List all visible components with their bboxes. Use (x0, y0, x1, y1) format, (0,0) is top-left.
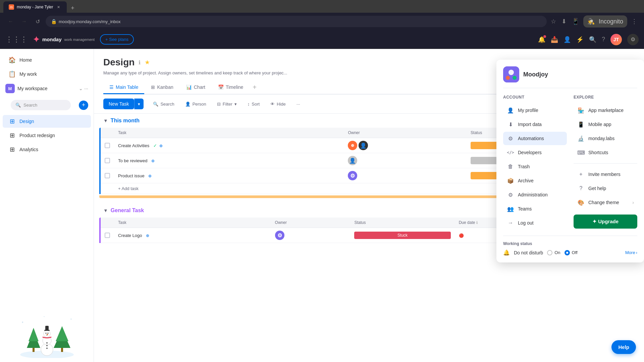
tab-main-table[interactable]: ☰ Main Table (103, 81, 144, 94)
shortcuts-label: Shortcuts (588, 150, 608, 155)
sidebar-item-design[interactable]: ⊞ Design (3, 115, 91, 128)
more-status-link[interactable]: More › (625, 250, 637, 255)
upgrade-button[interactable]: ✦ Upgrade (574, 215, 637, 229)
invite-icon[interactable]: 👤 (564, 36, 571, 43)
archive-icon: 📦 (506, 177, 515, 185)
off-radio[interactable] (565, 250, 570, 255)
task-name-cell: Create Logo ⊕ (114, 228, 271, 243)
more-browser-icon[interactable]: ⋮ (630, 16, 639, 26)
my-profile-icon: 👤 (506, 106, 515, 114)
forward-button[interactable]: → (19, 16, 30, 27)
reload-button[interactable]: ↺ (32, 16, 43, 27)
sidebar-item-mywork[interactable]: 📋 My work (3, 68, 91, 80)
general-collapse-arrow[interactable]: ▼ (103, 208, 108, 213)
on-label: On (554, 250, 560, 255)
administration-icon: ⚙ (506, 191, 515, 199)
inbox-icon[interactable]: 📥 (551, 36, 558, 43)
dropdown-invite-members[interactable]: + Invite members (574, 168, 637, 181)
design-label: Design (19, 119, 34, 124)
download-icon[interactable]: ⬇ (560, 16, 568, 26)
status-badge-stuck[interactable]: Stuck (354, 232, 450, 239)
hide-button[interactable]: 👁 Hide (266, 100, 290, 109)
see-plans-button[interactable]: + See plans (100, 34, 134, 45)
address-bar[interactable]: 🔒 moodjoy.monday.com/my_inbox (46, 16, 547, 27)
more-toolbar-button[interactable]: ··· (292, 100, 304, 109)
change-theme-arrow-icon: › (632, 200, 634, 205)
logo-icon: ✦ (33, 35, 40, 44)
mywork-icon: 📋 (8, 70, 16, 78)
tab-chart[interactable]: 📊 Chart (180, 81, 211, 94)
radio-inner (566, 252, 568, 254)
dropdown-developers[interactable]: </> Developers (503, 146, 567, 159)
profile-org-avatar (503, 66, 519, 82)
project-info-icon[interactable]: ℹ (139, 59, 141, 66)
home-icon: 🏠 (8, 56, 16, 64)
svg-text:*: * (44, 315, 45, 318)
new-task-dropdown-button[interactable]: ▾ (134, 99, 144, 109)
user-avatar[interactable]: JT (610, 34, 622, 45)
sidebar-item-home[interactable]: 🏠 Home (3, 54, 91, 66)
integrations-icon[interactable]: ⚡ (576, 36, 584, 43)
logo-sub: work management (64, 38, 95, 42)
status-on-option[interactable]: On (547, 250, 560, 255)
dropdown-mobile-app[interactable]: 📱 Mobile app (574, 118, 637, 131)
sort-button[interactable]: ↕ Sort (244, 100, 264, 109)
dnd-label: Do not disturb (514, 250, 543, 255)
dropdown-import-data[interactable]: ⬇ Import data (503, 118, 567, 131)
sidebar-item-product-redesign[interactable]: ⊞ Product redesign (3, 129, 91, 142)
task-checkbox[interactable] (105, 158, 110, 163)
browser-nav: ← → ↺ 🔒 moodjoy.monday.com/my_inbox ☆ ⬇ … (0, 13, 644, 30)
new-tab-button[interactable]: + (68, 3, 77, 13)
off-label: Off (572, 250, 578, 255)
tab-kanban[interactable]: ⊞ Kanban (145, 81, 179, 94)
dropdown-administration[interactable]: ⚙ Administration (503, 188, 567, 201)
project-title: Design (103, 57, 135, 68)
col-status-header-2: Status (350, 218, 454, 228)
task-checkbox[interactable] (105, 233, 110, 238)
workspace-header[interactable]: M My workspace ⌄ ··· (0, 81, 94, 96)
active-tab[interactable]: m monday - Jane Tyler ✕ (3, 1, 67, 13)
person-filter-button[interactable]: 👤 Person (181, 100, 210, 109)
add-item-button[interactable]: + (79, 101, 88, 110)
help-button[interactable]: Help (611, 340, 636, 354)
sidebar-search[interactable]: 🔍 Search (11, 100, 71, 110)
project-star-icon[interactable]: ★ (145, 59, 150, 66)
dropdown-trash[interactable]: 🗑 Trash (503, 160, 567, 173)
change-theme-icon: 🎨 (577, 198, 585, 206)
dropdown-monday-labs[interactable]: 🔬 monday.labs (574, 132, 637, 145)
search-toolbar-button[interactable]: 🔍 Search (149, 100, 178, 109)
back-button[interactable]: ← (5, 16, 16, 27)
filter-button[interactable]: ⊟ Filter ▾ (213, 100, 241, 109)
dropdown-shortcuts[interactable]: ⌨ Shortcuts (574, 146, 637, 159)
administration-label: Administration (518, 192, 548, 197)
bookmark-star-icon[interactable]: ☆ (549, 16, 557, 26)
dropdown-logout[interactable]: → Log out (503, 216, 567, 230)
status-off-option[interactable]: Off (565, 250, 578, 255)
dropdown-my-profile[interactable]: 👤 My profile (503, 104, 567, 117)
device-icon[interactable]: 📱 (571, 16, 581, 26)
task-checkbox[interactable] (105, 143, 110, 148)
settings-icon[interactable]: ⚙ (627, 34, 639, 45)
section-collapse-arrow[interactable]: ▼ (103, 118, 108, 123)
apps-grid-icon[interactable]: ⋮⋮⋮ (5, 35, 28, 44)
dropdown-change-theme[interactable]: 🎨 Change theme › (574, 196, 637, 209)
app-logo: ✦ monday work management (33, 35, 95, 44)
browser-tabs: m monday - Jane Tyler ✕ + (0, 0, 644, 13)
tab-timeline[interactable]: 📅 Timeline (212, 81, 249, 94)
dropdown-automations[interactable]: ⚙ Automations (503, 132, 567, 145)
sidebar-item-analytics[interactable]: ⊞ Analytics (3, 143, 91, 156)
search-icon[interactable]: 🔍 (589, 36, 596, 43)
task-checkbox[interactable] (105, 173, 110, 178)
dropdown-get-help[interactable]: ? Get help (574, 182, 637, 195)
add-view-button[interactable]: + (250, 81, 259, 94)
workspace-more-icon[interactable]: ··· (84, 86, 88, 91)
help-icon[interactable]: ? (602, 36, 605, 43)
dropdown-teams[interactable]: 👥 Teams (503, 202, 567, 216)
dropdown-app-marketplace[interactable]: 🏪 App marketplace (574, 104, 637, 117)
on-radio[interactable] (547, 250, 552, 255)
notifications-icon[interactable]: 🔔 (538, 36, 545, 43)
workspace-chevron-icon[interactable]: ⌄ (79, 86, 83, 91)
new-task-button[interactable]: New Task (103, 99, 134, 109)
dropdown-archive[interactable]: 📦 Archive (503, 174, 567, 187)
tab-close-button[interactable]: ✕ (56, 4, 61, 10)
